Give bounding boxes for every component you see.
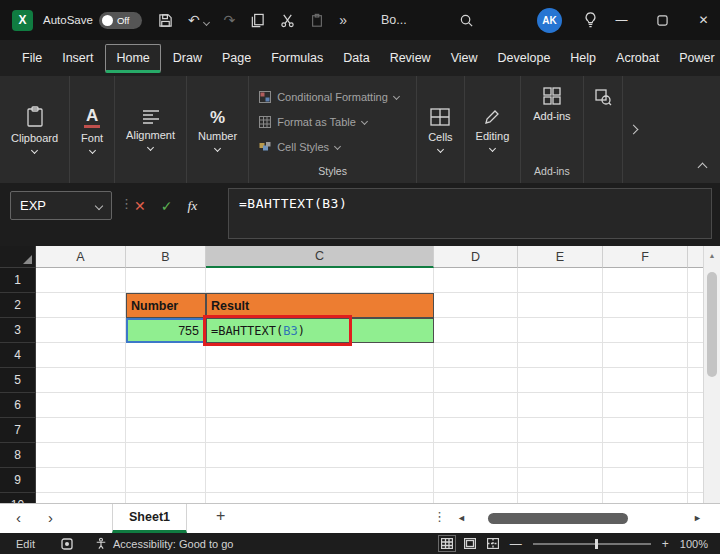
ribbon-tab-review[interactable]: Review xyxy=(380,45,441,72)
cell-styles-label: Cell Styles xyxy=(277,141,329,153)
conditional-formatting-label: Conditional Formatting xyxy=(277,91,388,103)
undo-icon[interactable]: ↶ xyxy=(188,13,209,27)
ribbon-tab-page-layout[interactable]: Page Layo xyxy=(212,45,261,72)
row-header-4[interactable]: 4 xyxy=(0,343,36,368)
copy-icon[interactable] xyxy=(250,13,265,28)
addins-icon[interactable] xyxy=(542,86,562,106)
row-header-9[interactable]: 9 xyxy=(0,468,36,493)
zoom-slider[interactable] xyxy=(533,543,651,545)
clipboard-icon xyxy=(25,106,45,128)
ribbon-tab-insert[interactable]: Insert xyxy=(52,45,103,72)
ribbon-tab-view[interactable]: View xyxy=(441,45,488,72)
tab-options-icon[interactable]: ⋮ xyxy=(433,509,446,524)
ribbon-tab-draw[interactable]: Draw xyxy=(163,45,212,72)
normal-view-icon[interactable] xyxy=(441,538,453,549)
ribbon-tab-developer[interactable]: Develope xyxy=(488,45,561,72)
enter-icon[interactable]: ✓ xyxy=(161,198,173,214)
accessibility-status[interactable]: Accessibility: Good to go xyxy=(95,537,233,550)
cell-styles-button[interactable]: Cell Styles xyxy=(259,134,406,159)
column-header-d[interactable]: D xyxy=(434,246,518,268)
add-sheet-icon[interactable]: + xyxy=(216,507,225,525)
row-header-3[interactable]: 3 xyxy=(0,318,36,343)
analyze-data-icon xyxy=(594,88,612,106)
ribbon-scroll-right[interactable] xyxy=(622,76,645,183)
sheet-nav-next-icon[interactable]: › xyxy=(48,508,53,528)
column-header-a[interactable]: A xyxy=(36,246,126,268)
number-group-button[interactable]: % Number xyxy=(187,76,249,183)
row-header-7[interactable]: 7 xyxy=(0,418,36,443)
alignment-group-button[interactable]: Alignment xyxy=(115,76,187,183)
column-header-c[interactable]: C xyxy=(206,246,434,268)
gridline xyxy=(687,268,688,503)
sheet-nav-prev-icon[interactable]: ‹ xyxy=(16,508,21,528)
row-header-1[interactable]: 1 xyxy=(0,268,36,293)
chevron-down-icon xyxy=(489,145,496,152)
autosave-control[interactable]: AutoSave Off xyxy=(43,12,142,29)
ribbon-tab-data[interactable]: Data xyxy=(333,45,379,72)
collapse-ribbon-icon[interactable] xyxy=(699,157,706,175)
row-header-6[interactable]: 6 xyxy=(0,393,36,418)
cell-b3[interactable]: 755 xyxy=(126,318,206,343)
cell-styles-icon xyxy=(259,141,271,153)
row-header-2[interactable]: 2 xyxy=(0,293,36,318)
clipboard-group-button[interactable]: Clipboard xyxy=(0,76,70,183)
scroll-up-icon[interactable]: ▲ xyxy=(704,252,720,259)
format-as-table-button[interactable]: Format as Table xyxy=(259,109,406,134)
cancel-icon[interactable]: ✕ xyxy=(134,198,146,214)
close-button[interactable]: ✕ xyxy=(687,0,720,40)
zoom-in-icon[interactable]: + xyxy=(662,537,669,551)
minimize-button[interactable]: — xyxy=(605,0,638,40)
name-box[interactable]: EXP xyxy=(10,191,112,220)
column-header-b[interactable]: B xyxy=(126,246,206,268)
account-avatar[interactable]: AK xyxy=(537,8,562,33)
cut-icon[interactable] xyxy=(280,13,295,28)
ribbon-tab-help[interactable]: Help xyxy=(560,45,606,72)
ribbon-tab-file[interactable]: File xyxy=(12,45,52,72)
addins-label[interactable]: Add-ins xyxy=(533,110,570,122)
vertical-scrollbar[interactable]: ▲ xyxy=(703,246,720,503)
select-all-button[interactable] xyxy=(0,246,36,268)
select-all-triangle-icon xyxy=(23,255,32,264)
page-break-view-icon[interactable] xyxy=(487,538,499,549)
editing-group-button[interactable]: Editing xyxy=(465,76,522,183)
zoom-slider-thumb[interactable] xyxy=(595,539,598,549)
ribbon-tab-power-pivot[interactable]: Power Piv xyxy=(669,45,720,72)
search-icon[interactable] xyxy=(459,13,474,28)
conditional-formatting-button[interactable]: Conditional Formatting xyxy=(259,84,406,109)
page-layout-view-icon[interactable] xyxy=(464,538,476,549)
maximize-button[interactable] xyxy=(646,0,679,40)
formula-input[interactable]: =BAHTTEXT(B3) xyxy=(228,188,712,239)
ribbon-tab-formulas[interactable]: Formulas xyxy=(261,45,333,72)
save-icon[interactable] xyxy=(158,13,173,28)
titlebar-right: AK — ✕ xyxy=(537,0,720,40)
more-commands-icon[interactable]: » xyxy=(339,13,347,27)
column-header-e[interactable]: E xyxy=(518,246,603,268)
zoom-level[interactable]: 100% xyxy=(680,538,708,550)
cells-group-button[interactable]: Cells xyxy=(417,76,464,183)
row-header-10[interactable]: 10 xyxy=(0,493,36,503)
redo-icon[interactable]: ↷ xyxy=(224,13,236,27)
row-header-5[interactable]: 5 xyxy=(0,368,36,393)
paste-icon[interactable] xyxy=(310,13,324,28)
column-header-f[interactable]: F xyxy=(603,246,688,268)
hscroll-left-icon[interactable]: ◄ xyxy=(457,513,466,523)
sheet-tab-sheet1[interactable]: Sheet1 xyxy=(112,504,187,533)
ribbon-tab-home[interactable]: Home xyxy=(105,44,160,73)
cell-b2[interactable]: Number xyxy=(126,293,206,318)
row-header-8[interactable]: 8 xyxy=(0,443,36,468)
insert-function-icon[interactable]: fx xyxy=(187,198,197,214)
font-group-button[interactable]: A Font xyxy=(70,76,115,183)
ribbon-tab-row: File Insert Home Draw Page Layo Formulas… xyxy=(0,40,720,76)
macro-record-icon[interactable] xyxy=(61,538,73,550)
format-as-table-icon xyxy=(259,116,271,128)
autosave-toggle[interactable]: Off xyxy=(99,12,142,29)
zoom-out-icon[interactable]: — xyxy=(510,537,522,551)
horizontal-scroll-thumb[interactable] xyxy=(488,513,628,524)
ribbon-tab-acrobat[interactable]: Acrobat xyxy=(606,45,669,72)
lightbulb-icon[interactable] xyxy=(584,12,597,28)
vertical-scroll-thumb[interactable] xyxy=(707,272,717,377)
hscroll-right-icon[interactable]: ► xyxy=(693,513,702,523)
analyze-data-button[interactable] xyxy=(584,76,622,183)
cells-area[interactable]: Number Result 755 =BAHTTEXT(B3) xyxy=(36,268,703,503)
font-label: Font xyxy=(81,132,103,144)
